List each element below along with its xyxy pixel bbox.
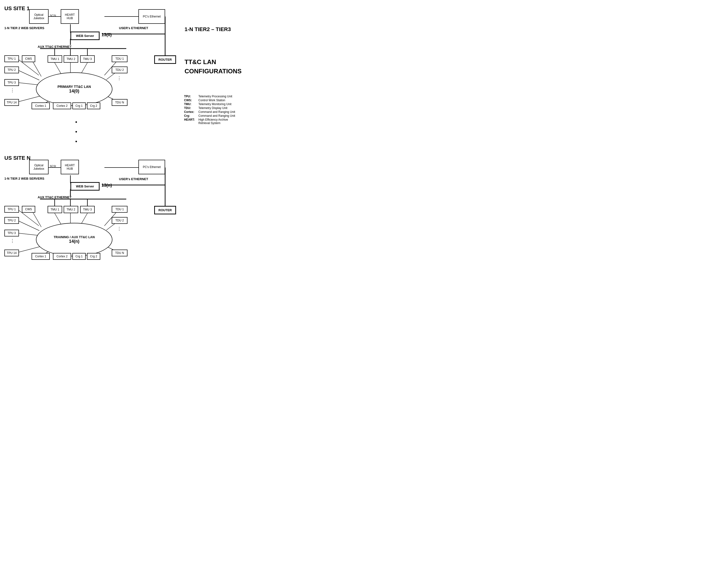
siteN-heart-hub: HEART HUB (61, 160, 79, 174)
siteN-users-ethernet: USER's ETHERNET (119, 177, 148, 181)
site1-tmu2: TMU 2 (64, 55, 78, 63)
siteN-cortex1: Cortex 1 (32, 253, 50, 260)
bullet3: • (75, 139, 77, 145)
legend-tmu-abbr: TMU: (184, 102, 198, 106)
legend-heart-abbr: HEART: (184, 118, 198, 125)
bullet2: • (75, 129, 77, 135)
svg-line-42 (18, 233, 39, 235)
siteN-tmu1: TMU 1 (47, 206, 62, 213)
legend-cws-abbr: CWS: (184, 99, 198, 102)
siteN-tdu-dots: ⋮ (117, 226, 121, 232)
site1-cortex2: Cortex 2 (53, 102, 71, 109)
site1-scsi-label: SCSI (50, 14, 56, 17)
svg-line-16 (18, 83, 39, 85)
svg-line-15 (18, 70, 39, 80)
siteN-web-server: WEB Server (70, 182, 100, 191)
site1-tpu3: TPU 3 (4, 79, 19, 86)
right-title2: TT&C LAN (185, 58, 216, 66)
site1-tpu1: TPU 1 (4, 55, 19, 62)
site1-crg1: Crg 1 (73, 102, 86, 109)
siteN-tmu2: TMU 2 (64, 206, 78, 213)
site1-primary-lan-label: PRIMARY TT&C LAN (58, 85, 91, 89)
siteN-tdu2: TDU 2 (112, 217, 127, 224)
site1-tdu2: TDU 2 (112, 66, 127, 73)
site1-label: US SITE 1 (4, 5, 29, 12)
right-title3: CONFIGURATIONS (185, 67, 242, 75)
right-title1: 1-N TIER2 – TIER3 (185, 26, 231, 33)
siteN-tpu1: TPU 1 (4, 206, 19, 213)
site1-tdu-dots: ⋮ (117, 75, 121, 81)
site1-cws: CWS (22, 55, 35, 62)
legend-tdu-abbr: TDU: (184, 106, 198, 110)
site1-router: ROUTER (154, 55, 176, 64)
siteN-scsi-label: SCSI (50, 165, 56, 168)
site1-tdun: TDU N (112, 99, 127, 106)
site1-tdu1: TDU 1 (112, 55, 127, 62)
svg-line-41 (18, 220, 39, 231)
site1-optical-jukebox: Optical Jukebox (29, 9, 48, 24)
legend: TPU: Telemetry Processing Unit CWS: Cont… (184, 95, 235, 125)
legend-tdu-def: Telemetry Display Unit (199, 106, 227, 110)
site1-tpu-dots: ⋮ (10, 87, 15, 93)
site1-crg2: Crg 2 (87, 102, 100, 109)
site1-tmu1: TMU 1 (47, 55, 62, 63)
siteN-cortex2: Cortex 2 (53, 253, 71, 260)
site1-tier-label: 1-N TIER 2 WEB SERVERS (4, 26, 44, 30)
site1-web-server: WEB Server (70, 31, 100, 40)
svg-line-43 (18, 247, 41, 252)
siteN-router: ROUTER (154, 206, 176, 214)
site1-primary-lan: PRIMARY TT&C LAN 14(0) (36, 72, 112, 106)
site1-tpu14: TPU 14 (4, 99, 19, 106)
svg-line-17 (18, 96, 41, 102)
legend-crg-abbr: Crg: (184, 114, 198, 118)
legend-tpu-def: Telemetry Processing Unit (199, 95, 232, 98)
site1-aux-label: AUX TT&C ETHERNET (38, 45, 71, 48)
site1-users-ethernet: USER's ETHERNET (119, 26, 148, 30)
legend-cortex-def: Command and Ranging Unit (199, 110, 235, 113)
siteN-tmu3: TMU 3 (80, 206, 95, 213)
siteN-optical-jukebox: Optical Jukebox (29, 160, 48, 174)
siteN-training-lan-label: TRAINING / AUX TT&C LAN (54, 235, 95, 239)
siteN-tdun: TDU N (112, 250, 127, 256)
siteN-aux-label: AUX TT&C ETHERNET (38, 195, 71, 199)
siteN-tpu2: TPU 2 (4, 217, 19, 224)
legend-cws-def: Control Work Station (199, 99, 225, 102)
siteN-crg1: Crg 1 (73, 253, 86, 260)
site1-tpu2: TPU 2 (4, 66, 19, 73)
site1-heart-hub: HEART HUB (61, 9, 79, 24)
legend-cortex-abbr: Cortex: (184, 110, 198, 113)
siteN-label: US SITE N (4, 155, 30, 161)
siteN-web-server-id: 13(n) (102, 183, 112, 188)
siteN-tpu-dots: ⋮ (10, 238, 15, 244)
siteN-tdu1: TDU 1 (112, 206, 127, 213)
siteN-crg2: Crg 2 (87, 253, 100, 260)
siteN-pcs-ethernet: PC's Ethernet (138, 160, 165, 174)
siteN-cws: CWS (22, 206, 35, 213)
siteN-training-lan-id: 14(n) (54, 239, 95, 244)
site1-tmu3: TMU 3 (80, 55, 95, 63)
legend-tpu-abbr: TPU: (184, 95, 198, 98)
legend-tmu-def: Telemetry Monitoring Unit (199, 102, 231, 106)
siteN-tpu14: TPU 14 (4, 250, 19, 256)
site1-cortex1: Cortex 1 (32, 102, 50, 109)
legend-crg-def: Command and Ranging Unit (199, 114, 235, 118)
bullet1: • (75, 119, 77, 125)
siteN-tpu3: TPU 3 (4, 230, 19, 236)
site1-pcs-ethernet: PC's Ethernet (138, 9, 165, 24)
site1-web-server-id: 13(0) (102, 32, 112, 37)
siteN-tier-label: 1-N TIER 2 WEB SERVERS (4, 177, 44, 181)
diagram-container: US SITE 1 Optical Jukebox SCSI HEART HUB… (0, 0, 360, 294)
site1-primary-lan-id: 14(0) (58, 89, 91, 94)
legend-heart-def: High Efficiency Archive Retrieval System (199, 118, 228, 125)
siteN-training-lan: TRAINING / AUX TT&C LAN 14(n) (36, 223, 112, 256)
